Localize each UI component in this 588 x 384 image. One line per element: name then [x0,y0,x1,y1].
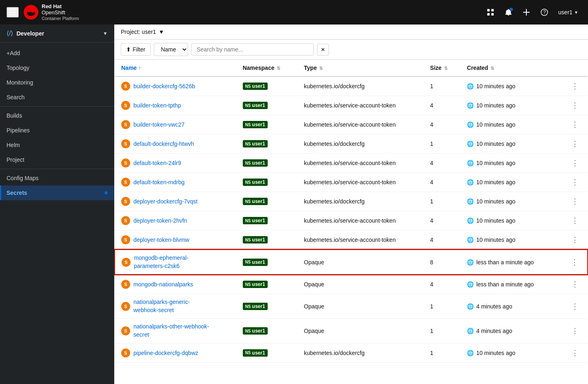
secret-name-link[interactable]: nationalparks-generic-webhook-secret [133,298,190,314]
kebab-menu-button[interactable]: ⋮ [569,301,581,312]
perspective-left: ⟨/⟩ Developer [7,29,44,37]
secret-name-link[interactable]: builder-dockercfg-5626b [133,83,195,89]
secret-name-link[interactable]: default-token-24lr9 [133,160,181,166]
kebab-menu-button[interactable]: ⋮ [569,196,581,207]
type-cell: kubernetes.io/service-account-token [297,154,424,173]
namespace-badge[interactable]: NS user1 [243,121,268,128]
globe-icon: 🌐 [467,259,474,266]
type-sort-icon: ⇅ [319,66,323,71]
created-time: 4 minutes ago [476,328,512,334]
globe-icon: 🌐 [467,281,474,288]
namespace-badge[interactable]: NS user1 [243,217,268,224]
secret-name-link[interactable]: deployer-dockercfg-7vqst [133,198,197,205]
kebab-menu-button[interactable]: ⋮ [569,279,581,290]
kebab-menu-button[interactable]: ⋮ [569,158,581,168]
sidebar-item-project-label: Project [7,156,24,163]
type-cell: kubernetes.io/dockercfg [297,134,424,154]
namespace-badge[interactable]: NS user1 [243,303,268,310]
grid-icon-button[interactable] [483,5,498,20]
sidebar-item-secrets[interactable]: Secrets [0,185,114,200]
namespace-badge[interactable]: NS user1 [243,236,268,243]
filter-search-input[interactable] [191,43,314,56]
bell-icon-button[interactable] [501,5,516,20]
table-row: Snationalparks-generic-webhook-secretNS … [115,294,588,319]
created-time: less than a minute ago [476,281,534,288]
namespace-badge[interactable]: NS user1 [243,349,268,357]
ns-prefix: NS [245,329,251,333]
secret-name-link[interactable]: deployer-token-blvmw [133,237,189,243]
kebab-menu-button[interactable]: ⋮ [569,138,581,149]
plus-icon-button[interactable] [519,5,534,20]
namespace-badge[interactable]: NS user1 [243,281,268,288]
secret-name-link[interactable]: builder-token-tpthp [133,102,181,109]
namespace-badge[interactable]: NS user1 [243,259,268,266]
type-cell: Opaque [297,250,424,275]
namespace-badge[interactable]: NS user1 [243,83,268,90]
namespace-badge[interactable]: NS user1 [243,179,268,186]
kebab-menu-button[interactable]: ⋮ [568,257,581,268]
user-menu-button[interactable]: user1 ▼ [555,7,581,17]
name-sort-button[interactable]: Name ↑ [121,65,141,71]
secret-name-link[interactable]: mongodb-nationalparks [133,281,193,288]
namespace-badge[interactable]: NS user1 [243,140,268,147]
type-cell: kubernetes.io/service-account-token [297,211,424,230]
secret-name-link[interactable]: pipeline-dockercfg-dqbwz [133,350,198,356]
kebab-menu-button[interactable]: ⋮ [569,215,581,226]
filter-type-select[interactable]: Name Label Type [154,43,188,56]
name-line1: nationalparks-other-webhook- [133,323,209,331]
sidebar-item-pipelines[interactable]: Pipelines [0,123,114,138]
perspective-switcher[interactable]: ⟨/⟩ Developer ▼ [0,25,114,42]
sidebar-item-project[interactable]: Project [0,152,114,167]
filter-button[interactable]: ⬆ Filter [121,43,151,56]
secret-name-link[interactable]: deployer-token-2hvfn [133,217,187,224]
time-cell-content: 🌐10 minutes ago [467,160,550,166]
kebab-menu-button[interactable]: ⋮ [569,119,581,130]
filter-clear-button[interactable]: ✕ [317,44,329,56]
kebab-menu-button[interactable]: ⋮ [569,234,581,245]
help-icon-button[interactable]: ? [537,5,552,20]
notification-dot [510,8,513,11]
kebab-menu-button[interactable]: ⋮ [569,81,581,92]
sidebar-item-topology[interactable]: Topology [0,60,114,75]
kebab-menu-button[interactable]: ⋮ [569,348,581,358]
project-selector[interactable]: Project: user1 ▼ [121,29,581,35]
sidebar-item-config-maps[interactable]: Config Maps [0,171,114,185]
kebab-menu-button[interactable]: ⋮ [569,100,581,111]
namespace-badge[interactable]: NS user1 [243,102,268,109]
secret-icon: S [121,159,130,167]
namespace-cell: NS user1 [236,76,297,96]
actions-cell: ⋮ [557,192,588,211]
secret-name-link[interactable]: mongodb-ephemeral-parameters-c2sk6 [134,254,189,270]
ns-value: user1 [252,199,265,204]
size-cell: 4 [424,211,460,230]
secrets-table-container: Name ↑ Namespace ⇅ Type ⇅ [114,60,588,384]
secret-name-link[interactable]: nationalparks-other-webhook-secret [133,323,209,339]
sidebar-item-builds[interactable]: Builds [0,108,114,123]
sidebar-item-helm[interactable]: Helm [0,138,114,152]
namespace-badge[interactable]: NS user1 [243,327,268,335]
type-cell: Opaque [297,319,424,343]
name-cell: Snationalparks-other-webhook-secret [115,319,236,343]
size-cell: 1 [424,76,460,96]
kebab-menu-button[interactable]: ⋮ [569,326,581,336]
sidebar-item-search[interactable]: Search [0,90,114,105]
time-cell-content: 🌐10 minutes ago [467,179,550,185]
ns-value: user1 [252,237,265,243]
namespace-badge[interactable]: NS user1 [243,159,268,167]
sidebar-item-monitoring[interactable]: Monitoring [0,75,114,90]
svg-rect-7 [491,13,494,16]
svg-rect-4 [487,9,490,11]
sidebar-item-add[interactable]: +Add [0,46,114,60]
secret-name-link[interactable]: default-dockercfg-htwvh [133,141,194,147]
question-icon: ? [541,9,548,16]
kebab-menu-button[interactable]: ⋮ [569,177,581,188]
type-cell: kubernetes.io/service-account-token [297,96,424,115]
hamburger-menu-button[interactable] [7,7,19,18]
namespace-badge[interactable]: NS user1 [243,198,268,205]
size-cell: 4 [424,275,460,294]
secret-name-link[interactable]: builder-token-vwc27 [133,121,184,128]
secret-name-link[interactable]: default-token-mdrbg [133,179,184,185]
size-cell: 4 [424,230,460,250]
ns-value: user1 [252,179,265,185]
created-time: 10 minutes ago [476,102,515,109]
